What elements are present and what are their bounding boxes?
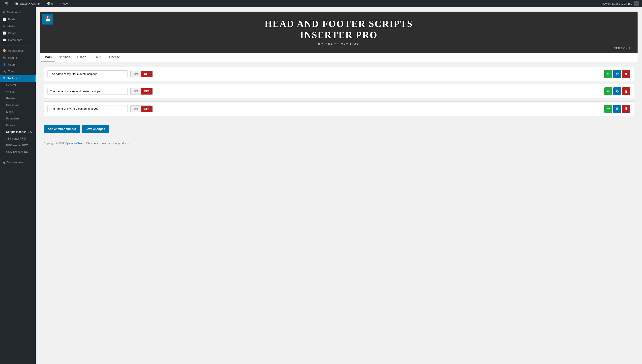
toggle-off-3[interactable]: OFF <box>141 106 152 112</box>
delete-icon-1: 🗑 <box>624 72 628 76</box>
sidebar-item-appearance[interactable]: 🎨 Appearance <box>0 47 36 54</box>
separator-text: | Click <box>85 142 92 145</box>
save-changes-button[interactable]: Save changes <box>82 125 109 133</box>
layout: ⊞ Dashboard 📄 Posts 🖼 Media 📃 Pages 💬 Co… <box>0 7 642 364</box>
howdy-label: Howdy, Space X-Chimp <box>602 2 632 5</box>
sidebar-item-comments[interactable]: 💬 Comments <box>0 36 36 44</box>
snippet-row-1: ON OFF ✏ ⚙ 🗑 <box>44 67 634 81</box>
settings-icon: ⚙ <box>3 77 5 80</box>
settings-button-2[interactable]: ⚙ <box>613 88 621 96</box>
plugin-version: VERSION 1.1 <box>614 47 633 50</box>
sidebar-sub-css-inserter-pro[interactable]: CSS Inserter PRO <box>0 149 36 155</box>
sidebar-sub-privacy[interactable]: Privacy <box>0 122 36 128</box>
scripts-inserter-pro-label: Scripts Inserter PRO <box>6 130 32 134</box>
edit-icon-2: ✏ <box>607 89 610 94</box>
sidebar-sub-scripts-inserter-pro[interactable]: Scripts Inserter PRO <box>0 128 36 135</box>
toggle-off-1[interactable]: OFF <box>141 71 152 77</box>
tab-usage-label: Usage <box>77 55 86 59</box>
dashboard-label: Dashboard <box>7 11 21 14</box>
reading-label: Reading <box>6 97 16 100</box>
edit-button-1[interactable]: ✏ <box>604 70 612 78</box>
settings-icon-2: ⚙ <box>616 89 619 94</box>
plugins-label: Plugins <box>8 56 18 59</box>
delete-button-2[interactable]: 🗑 <box>622 88 630 96</box>
css-inserter-pro-label: CSS Inserter PRO <box>6 150 28 154</box>
sidebar-sub-reading[interactable]: Reading <box>0 95 36 102</box>
tab-license[interactable]: License <box>106 52 124 62</box>
snippet-name-input-2[interactable] <box>48 88 128 95</box>
sidebar-sub-general[interactable]: General <box>0 82 36 88</box>
sidebar-item-posts[interactable]: 📄 Posts <box>0 16 36 23</box>
media-sub-label: Media <box>6 110 14 114</box>
users-label: Users <box>8 63 16 66</box>
snippet-name-input-1[interactable] <box>48 70 128 77</box>
plugin-content: Main Settings Usage F.A.Q. License <box>40 52 638 147</box>
tab-settings[interactable]: Settings <box>55 52 74 62</box>
general-label: General <box>6 84 16 87</box>
main-content: 💾 HEAD AND FOOTER SCRIPTSINSERTER PRO BY… <box>36 7 642 364</box>
discussion-label: Discussion <box>6 104 19 107</box>
plugin-header: 💾 HEAD AND FOOTER SCRIPTSINSERTER PRO BY… <box>40 12 638 52</box>
sidebar-sub-discussion[interactable]: Discussion <box>0 102 36 108</box>
settings-label: Settings <box>7 77 18 80</box>
pages-label: Pages <box>8 32 16 35</box>
company-link[interactable]: Space X-Chimp <box>65 142 84 145</box>
delete-button-3[interactable]: 🗑 <box>622 105 630 113</box>
pages-icon: 📃 <box>3 32 6 35</box>
sidebar-item-plugins[interactable]: 🔌 Plugins <box>0 54 36 61</box>
here-link[interactable]: here <box>93 142 98 145</box>
writing-label: Writing <box>6 90 14 94</box>
actions-group-2: ✏ ⚙ 🗑 <box>604 88 630 96</box>
admin-bar: ⊞ 🏠 Space X-Chimp 💬 0 + New Howdy, Space… <box>0 0 642 7</box>
toggle-group-2: ON OFF <box>130 88 153 95</box>
tab-settings-label: Settings <box>59 55 70 59</box>
sidebar: ⊞ Dashboard 📄 Posts 🖼 Media 📃 Pages 💬 Co… <box>0 7 36 364</box>
sidebar-sub-js-inserter-pro[interactable]: JS Inserter PRO <box>0 135 36 142</box>
delete-button-1[interactable]: 🗑 <box>622 70 630 78</box>
new-item[interactable]: + New <box>58 0 70 7</box>
settings-button-3[interactable]: ⚙ <box>613 105 621 113</box>
sidebar-item-pages[interactable]: 📃 Pages <box>0 30 36 36</box>
plugin-header-inner: HEAD AND FOOTER SCRIPTSINSERTER PRO BY S… <box>264 18 413 46</box>
edit-button-2[interactable]: ✏ <box>604 88 612 96</box>
header-save-button[interactable]: 💾 <box>42 14 53 24</box>
new-label: New <box>63 2 68 5</box>
actions-group-1: ✏ ⚙ 🗑 <box>604 70 630 78</box>
tab-main[interactable]: Main <box>41 52 55 62</box>
save-disk-icon: 💾 <box>45 16 51 22</box>
appearance-label: Appearance <box>8 49 24 52</box>
settings-button-1[interactable]: ⚙ <box>613 70 621 78</box>
sidebar-sub-php-inserter-pro[interactable]: PHP Inserter PRO <box>0 142 36 149</box>
sidebar-sub-media[interactable]: Media <box>0 108 36 115</box>
sidebar-item-settings[interactable]: ⚙ Settings <box>0 75 36 82</box>
media-label: Media <box>7 24 15 28</box>
wp-logo-item[interactable]: ⊞ <box>3 0 10 7</box>
sidebar-sub-permalinks[interactable]: Permalinks <box>0 115 36 122</box>
sidebar-item-dashboard[interactable]: ⊞ Dashboard <box>0 9 36 16</box>
sidebar-item-media[interactable]: 🖼 Media <box>0 23 36 30</box>
wp-logo-icon: ⊞ <box>4 1 8 6</box>
users-icon: 👤 <box>3 63 6 66</box>
collapse-menu-item[interactable]: ◀ Collapse menu <box>0 159 36 166</box>
sidebar-sub-writing[interactable]: Writing <box>0 88 36 95</box>
toggle-on-1[interactable]: ON <box>131 71 141 77</box>
edit-button-3[interactable]: ✏ <box>604 105 612 113</box>
comments-item[interactable]: 💬 0 <box>45 0 54 7</box>
snippet-row-2: ON OFF ✏ ⚙ 🗑 <box>44 84 634 99</box>
sidebar-item-tools[interactable]: 🔧 Tools <box>0 68 36 75</box>
tab-license-label: License <box>109 55 120 59</box>
toggle-on-3[interactable]: ON <box>131 106 141 112</box>
tab-faq[interactable]: F.A.Q. <box>90 52 106 62</box>
toggle-off-2[interactable]: OFF <box>141 88 152 94</box>
snippet-name-input-3[interactable] <box>48 105 128 112</box>
delete-icon-2: 🗑 <box>624 90 628 94</box>
media-icon: 🖼 <box>3 24 6 28</box>
site-name-item[interactable]: 🏠 Space X-Chimp <box>13 0 42 7</box>
add-snippet-button[interactable]: Add another snippet <box>44 125 80 133</box>
snippet-row-3: ON OFF ✏ ⚙ 🗑 <box>44 102 634 116</box>
privacy-label: Privacy <box>6 124 15 127</box>
tab-usage[interactable]: Usage <box>74 52 90 62</box>
toggle-on-2[interactable]: ON <box>131 88 141 94</box>
snippets-area: ON OFF ✏ ⚙ 🗑 <box>40 62 638 123</box>
sidebar-item-users[interactable]: 👤 Users <box>0 61 36 68</box>
